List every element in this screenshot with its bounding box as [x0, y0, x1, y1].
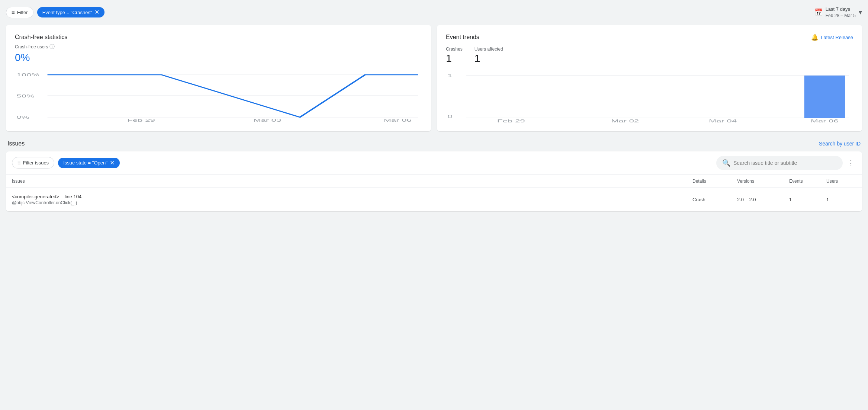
table-header: Issues Details Versions Events Users — [6, 175, 862, 188]
crashes-value: 1 — [446, 52, 463, 64]
event-type-chip-label: Event type = "Crashes" — [42, 10, 92, 15]
event-trends-header: Event trends 🔔 Latest Release — [446, 34, 853, 42]
latest-release-label: Latest Release — [821, 35, 853, 40]
svg-text:Mar 02: Mar 02 — [611, 119, 639, 122]
date-range-text: Last 7 days Feb 28 – Mar 5 — [826, 6, 856, 19]
crash-free-value: 0% — [15, 52, 422, 64]
crashes-label: Crashes — [446, 47, 463, 52]
close-chip-icon[interactable]: ✕ — [110, 160, 115, 166]
issue-info: <compiler-generated> – line 104 @objc Vi… — [12, 194, 692, 205]
date-range-line2: Feb 28 – Mar 5 — [826, 13, 856, 19]
top-bar: ≡ Filter Event type = "Crashes" ✕ 📅 Last… — [6, 6, 862, 19]
date-range-picker[interactable]: 📅 Last 7 days Feb 28 – Mar 5 ▾ — [814, 6, 862, 19]
issue-events: 1 — [789, 197, 826, 202]
users-affected-label: Users affected — [475, 47, 503, 52]
bell-icon: 🔔 — [811, 34, 819, 41]
filter-label: Filter — [17, 10, 28, 15]
issue-title: <compiler-generated> – line 104 — [12, 194, 692, 199]
event-trends-card: Event trends 🔔 Latest Release Crashes 1 … — [437, 25, 862, 131]
table-row[interactable]: <compiler-generated> – line 104 @objc Vi… — [6, 188, 862, 211]
date-range-line1: Last 7 days — [826, 6, 856, 13]
event-trends-svg: 1 0 Feb 29 Mar 02 Mar 04 Mar 06 — [446, 70, 853, 122]
calendar-icon: 📅 — [814, 8, 823, 16]
filter-issues-button[interactable]: ≡ Filter issues — [12, 157, 54, 169]
issues-toolbar-left: ≡ Filter issues Issue state = "Open" ✕ — [12, 157, 120, 169]
search-input[interactable] — [733, 160, 837, 166]
issues-toolbar: ≡ Filter issues Issue state = "Open" ✕ 🔍… — [6, 151, 862, 175]
event-trends-title: Event trends — [446, 34, 479, 41]
crash-free-chart: 100% 50% 0% Feb 29 Mar 03 Mar 06 — [15, 70, 422, 122]
issues-card: ≡ Filter issues Issue state = "Open" ✕ 🔍… — [6, 151, 862, 211]
svg-rect-13 — [804, 76, 845, 118]
svg-text:0%: 0% — [16, 115, 29, 119]
metrics-row: Crashes 1 Users affected 1 — [446, 47, 853, 64]
top-bar-left: ≡ Filter Event type = "Crashes" ✕ — [6, 7, 105, 18]
crashes-metric: Crashes 1 — [446, 47, 463, 64]
svg-text:Mar 04: Mar 04 — [709, 119, 737, 122]
event-trends-chart: 1 0 Feb 29 Mar 02 Mar 04 Mar 06 — [446, 70, 853, 122]
svg-text:0: 0 — [447, 114, 452, 119]
filter-issues-icon: ≡ — [17, 160, 21, 166]
crash-free-title: Crash-free statistics — [15, 34, 422, 41]
col-versions: Versions — [737, 179, 789, 184]
issue-state-chip-label: Issue state = "Open" — [63, 160, 107, 166]
issues-toolbar-right: 🔍 ⋮ — [716, 156, 856, 170]
filter-icon: ≡ — [12, 9, 15, 16]
col-events: Events — [789, 179, 826, 184]
svg-text:Mar 03: Mar 03 — [253, 118, 281, 122]
chevron-down-icon: ▾ — [859, 8, 862, 16]
charts-row: Crash-free statistics Crash-free users ⓘ… — [6, 25, 862, 131]
search-box[interactable]: 🔍 — [716, 156, 843, 170]
crash-free-card: Crash-free statistics Crash-free users ⓘ… — [6, 25, 431, 131]
event-type-chip[interactable]: Event type = "Crashes" ✕ — [37, 7, 105, 17]
latest-release-link[interactable]: 🔔 Latest Release — [811, 34, 853, 41]
crash-free-svg: 100% 50% 0% Feb 29 Mar 03 Mar 06 — [15, 70, 422, 122]
info-icon[interactable]: ⓘ — [49, 44, 55, 50]
search-by-user-link[interactable]: Search by user ID — [819, 141, 861, 147]
crash-free-label: Crash-free users ⓘ — [15, 44, 422, 50]
users-affected-value: 1 — [475, 52, 503, 64]
filter-button[interactable]: ≡ Filter — [6, 7, 33, 18]
issue-users: 1 — [826, 197, 856, 202]
col-details: Details — [692, 179, 737, 184]
col-users: Users — [826, 179, 856, 184]
more-options-icon[interactable]: ⋮ — [846, 157, 856, 169]
issue-subtitle: @objc ViewController.onClick(_:) — [12, 200, 692, 205]
svg-text:Feb 29: Feb 29 — [127, 118, 155, 122]
issues-section: Issues Search by user ID ≡ Filter issues… — [6, 140, 862, 211]
search-icon: 🔍 — [722, 159, 730, 167]
svg-text:100%: 100% — [16, 73, 39, 77]
close-icon[interactable]: ✕ — [94, 9, 99, 15]
svg-text:1: 1 — [447, 73, 452, 78]
svg-text:Mar 06: Mar 06 — [811, 119, 839, 122]
filter-issues-label: Filter issues — [23, 160, 49, 166]
issue-state-chip[interactable]: Issue state = "Open" ✕ — [58, 158, 120, 168]
issue-versions: 2.0 – 2.0 — [737, 197, 789, 202]
issue-details: Crash — [692, 197, 737, 202]
users-affected-metric: Users affected 1 — [475, 47, 503, 64]
col-issues: Issues — [12, 179, 692, 184]
issues-header: Issues Search by user ID — [6, 140, 862, 147]
svg-text:Mar 06: Mar 06 — [384, 118, 412, 122]
svg-text:Feb 29: Feb 29 — [497, 119, 525, 122]
issues-title: Issues — [7, 140, 25, 147]
svg-text:50%: 50% — [16, 94, 34, 98]
